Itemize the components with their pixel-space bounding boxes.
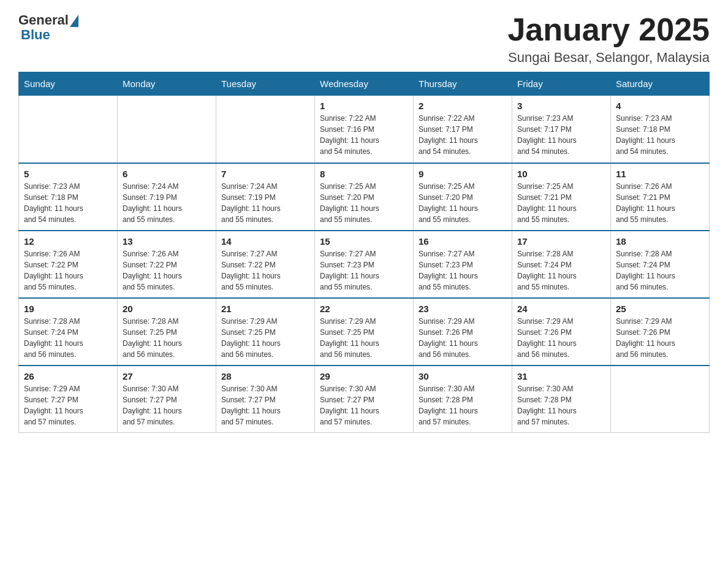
logo: General Blue: [18, 12, 78, 43]
day-info: Sunrise: 7:29 AMSunset: 7:26 PMDaylight:…: [517, 316, 605, 360]
day-number: 17: [517, 236, 605, 247]
calendar-cell: 17Sunrise: 7:28 AMSunset: 7:24 PMDayligh…: [512, 231, 611, 298]
header-wednesday: Wednesday: [315, 72, 414, 96]
calendar-cell: 31Sunrise: 7:30 AMSunset: 7:28 PMDayligh…: [512, 366, 611, 433]
calendar-cell: 25Sunrise: 7:29 AMSunset: 7:26 PMDayligh…: [611, 298, 710, 366]
day-number: 8: [320, 169, 408, 179]
calendar-cell: 24Sunrise: 7:29 AMSunset: 7:26 PMDayligh…: [512, 298, 611, 366]
day-info: Sunrise: 7:30 AMSunset: 7:27 PMDaylight:…: [221, 383, 309, 427]
day-number: 5: [24, 169, 112, 179]
day-info: Sunrise: 7:29 AMSunset: 7:27 PMDaylight:…: [24, 383, 112, 427]
day-info: Sunrise: 7:25 AMSunset: 7:20 PMDaylight:…: [419, 181, 507, 225]
calendar-week-row: 5Sunrise: 7:23 AMSunset: 7:18 PMDaylight…: [19, 163, 710, 231]
header-thursday: Thursday: [414, 72, 512, 96]
calendar-cell: 5Sunrise: 7:23 AMSunset: 7:18 PMDaylight…: [19, 163, 118, 231]
day-info: Sunrise: 7:29 AMSunset: 7:26 PMDaylight:…: [419, 316, 507, 360]
day-number: 25: [616, 304, 704, 314]
calendar-cell: 11Sunrise: 7:26 AMSunset: 7:21 PMDayligh…: [611, 163, 710, 231]
day-number: 23: [419, 304, 507, 314]
day-number: 27: [123, 371, 211, 381]
calendar-week-row: 1Sunrise: 7:22 AMSunset: 7:16 PMDaylight…: [19, 96, 710, 163]
day-info: Sunrise: 7:22 AMSunset: 7:16 PMDaylight:…: [320, 113, 408, 157]
logo-triangle-icon: [70, 15, 78, 27]
day-info: Sunrise: 7:24 AMSunset: 7:19 PMDaylight:…: [123, 181, 211, 225]
calendar-cell: 9Sunrise: 7:25 AMSunset: 7:20 PMDaylight…: [414, 163, 512, 231]
day-info: Sunrise: 7:27 AMSunset: 7:23 PMDaylight:…: [320, 248, 408, 293]
day-info: Sunrise: 7:24 AMSunset: 7:19 PMDaylight:…: [221, 181, 309, 225]
calendar-cell: 27Sunrise: 7:30 AMSunset: 7:27 PMDayligh…: [118, 366, 216, 433]
logo-general-text: General: [18, 12, 69, 28]
calendar-cell: 21Sunrise: 7:29 AMSunset: 7:25 PMDayligh…: [216, 298, 315, 366]
calendar-cell: 8Sunrise: 7:25 AMSunset: 7:20 PMDaylight…: [315, 163, 414, 231]
day-info: Sunrise: 7:27 AMSunset: 7:22 PMDaylight:…: [221, 248, 309, 293]
day-info: Sunrise: 7:29 AMSunset: 7:25 PMDaylight:…: [320, 316, 408, 360]
location-text: Sungai Besar, Selangor, Malaysia: [507, 50, 710, 66]
calendar-cell: 3Sunrise: 7:23 AMSunset: 7:17 PMDaylight…: [512, 96, 611, 163]
day-number: 1: [320, 101, 408, 111]
calendar-cell: 13Sunrise: 7:26 AMSunset: 7:22 PMDayligh…: [118, 231, 216, 298]
calendar-cell: 1Sunrise: 7:22 AMSunset: 7:16 PMDaylight…: [315, 96, 414, 163]
day-number: 13: [123, 236, 211, 247]
calendar-cell: 6Sunrise: 7:24 AMSunset: 7:19 PMDaylight…: [118, 163, 216, 231]
day-number: 24: [517, 304, 605, 314]
logo-blue-text: Blue: [18, 27, 50, 43]
calendar-cell: 2Sunrise: 7:22 AMSunset: 7:17 PMDaylight…: [414, 96, 512, 163]
header-saturday: Saturday: [611, 72, 710, 96]
day-info: Sunrise: 7:26 AMSunset: 7:22 PMDaylight:…: [123, 248, 211, 293]
calendar-cell: 10Sunrise: 7:25 AMSunset: 7:21 PMDayligh…: [512, 163, 611, 231]
day-number: 29: [320, 371, 408, 381]
calendar-cell: 23Sunrise: 7:29 AMSunset: 7:26 PMDayligh…: [414, 298, 512, 366]
calendar-cell: 30Sunrise: 7:30 AMSunset: 7:28 PMDayligh…: [414, 366, 512, 433]
calendar-cell: 19Sunrise: 7:28 AMSunset: 7:24 PMDayligh…: [19, 298, 118, 366]
day-number: 3: [517, 101, 605, 111]
day-info: Sunrise: 7:23 AMSunset: 7:18 PMDaylight:…: [616, 113, 704, 157]
day-info: Sunrise: 7:26 AMSunset: 7:21 PMDaylight:…: [616, 181, 704, 225]
header-friday: Friday: [512, 72, 611, 96]
day-info: Sunrise: 7:26 AMSunset: 7:22 PMDaylight:…: [24, 248, 112, 293]
day-number: 12: [24, 236, 112, 247]
calendar-cell: 7Sunrise: 7:24 AMSunset: 7:19 PMDaylight…: [216, 163, 315, 231]
day-number: 31: [517, 371, 605, 381]
day-info: Sunrise: 7:29 AMSunset: 7:26 PMDaylight:…: [616, 316, 704, 360]
day-info: Sunrise: 7:29 AMSunset: 7:25 PMDaylight:…: [221, 316, 309, 360]
calendar-cell: 26Sunrise: 7:29 AMSunset: 7:27 PMDayligh…: [19, 366, 118, 433]
day-number: 28: [221, 371, 309, 381]
day-info: Sunrise: 7:28 AMSunset: 7:25 PMDaylight:…: [123, 316, 211, 360]
calendar-cell: 20Sunrise: 7:28 AMSunset: 7:25 PMDayligh…: [118, 298, 216, 366]
day-info: Sunrise: 7:25 AMSunset: 7:21 PMDaylight:…: [517, 181, 605, 225]
day-number: 30: [419, 371, 507, 381]
day-number: 26: [24, 371, 112, 381]
day-number: 9: [419, 169, 507, 179]
calendar-cell: 15Sunrise: 7:27 AMSunset: 7:23 PMDayligh…: [315, 231, 414, 298]
day-number: 6: [123, 169, 211, 179]
day-info: Sunrise: 7:25 AMSunset: 7:20 PMDaylight:…: [320, 181, 408, 225]
day-number: 19: [24, 304, 112, 314]
calendar-cell: 4Sunrise: 7:23 AMSunset: 7:18 PMDaylight…: [611, 96, 710, 163]
day-info: Sunrise: 7:30 AMSunset: 7:28 PMDaylight:…: [517, 383, 605, 427]
day-info: Sunrise: 7:28 AMSunset: 7:24 PMDaylight:…: [616, 248, 704, 293]
calendar-cell: 14Sunrise: 7:27 AMSunset: 7:22 PMDayligh…: [216, 231, 315, 298]
calendar-cell: 12Sunrise: 7:26 AMSunset: 7:22 PMDayligh…: [19, 231, 118, 298]
day-number: 15: [320, 236, 408, 247]
day-number: 21: [221, 304, 309, 314]
calendar-cell: 22Sunrise: 7:29 AMSunset: 7:25 PMDayligh…: [315, 298, 414, 366]
header-tuesday: Tuesday: [216, 72, 315, 96]
header-monday: Monday: [118, 72, 216, 96]
day-info: Sunrise: 7:23 AMSunset: 7:17 PMDaylight:…: [517, 113, 605, 157]
calendar-week-row: 12Sunrise: 7:26 AMSunset: 7:22 PMDayligh…: [19, 231, 710, 298]
day-number: 20: [123, 304, 211, 314]
day-info: Sunrise: 7:23 AMSunset: 7:18 PMDaylight:…: [24, 181, 112, 225]
calendar-week-row: 26Sunrise: 7:29 AMSunset: 7:27 PMDayligh…: [19, 366, 710, 433]
day-number: 10: [517, 169, 605, 179]
day-info: Sunrise: 7:30 AMSunset: 7:27 PMDaylight:…: [320, 383, 408, 427]
page-header: General Blue January 2025 Sungai Besar, …: [18, 12, 710, 66]
calendar-cell: 28Sunrise: 7:30 AMSunset: 7:27 PMDayligh…: [216, 366, 315, 433]
day-number: 16: [419, 236, 507, 247]
calendar-cell: 18Sunrise: 7:28 AMSunset: 7:24 PMDayligh…: [611, 231, 710, 298]
day-number: 22: [320, 304, 408, 314]
day-number: 2: [419, 101, 507, 111]
day-info: Sunrise: 7:30 AMSunset: 7:28 PMDaylight:…: [419, 383, 507, 427]
calendar-cell: 16Sunrise: 7:27 AMSunset: 7:23 PMDayligh…: [414, 231, 512, 298]
header-sunday: Sunday: [19, 72, 118, 96]
day-number: 7: [221, 169, 309, 179]
